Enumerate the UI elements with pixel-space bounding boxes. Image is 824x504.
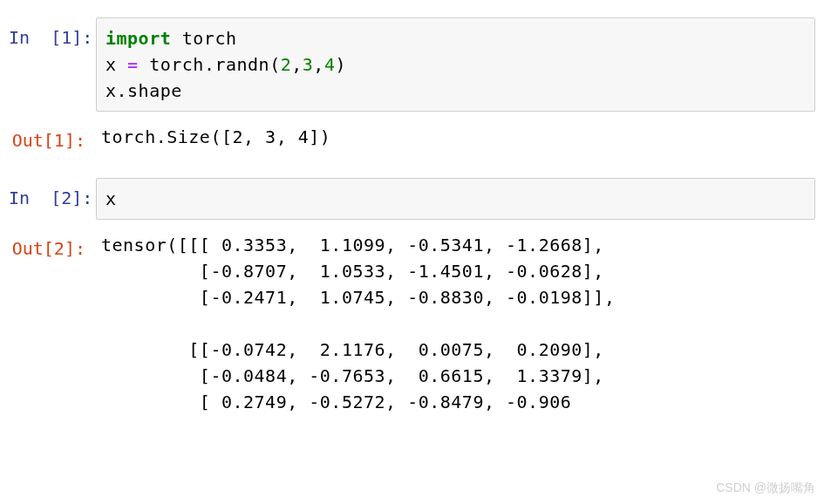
code-input-1[interactable]: import torch x = torch.randn(2,3,4) x.sh… [96,17,815,112]
cell-2-output: tensor([[[ 0.3353, 1.1099, -0.5341, -1.2… [96,228,815,419]
num-2: 2 [281,54,292,75]
output-text-2: tensor([[[ 0.3353, 1.1099, -0.5341, -1.2… [96,228,815,419]
keyword-import: import [106,28,171,49]
cell-2-input[interactable]: x [96,178,815,220]
comma-1: , [291,54,303,75]
in-prompt-2: In [2]: [9,178,96,220]
cell-1-input[interactable]: import torch x = torch.randn(2,3,4) x.sh… [96,17,815,112]
cell-2-output-row: Out[2]: tensor([[[ 0.3353, 1.1099, -0.53… [9,228,815,419]
num-3: 3 [303,54,314,75]
operator-eq: = [127,54,139,75]
var-x: x [106,54,127,75]
attr-shape: x.shape [106,80,182,101]
cell-1-output-row: Out[1]: torch.Size([2, 3, 4]) [9,120,815,153]
spacer [9,162,815,178]
cell-1-input-row: In [1]: import torch x = torch.randn(2,3… [9,17,815,112]
output-text-1: torch.Size([2, 3, 4]) [96,120,815,153]
in-prompt-1: In [1]: [9,17,96,112]
paren-open: ( [269,54,281,75]
module-name: torch [171,28,236,49]
cell-2-input-row: In [2]: x [9,178,815,220]
cell-1-output: torch.Size([2, 3, 4]) [96,120,815,153]
num-4: 4 [324,54,336,75]
out-prompt-1: Out[1]: [9,120,96,153]
paren-close: ) [335,54,346,75]
code-input-2[interactable]: x [96,178,815,220]
comma-2: , [313,54,324,75]
call-randn: torch.randn [139,54,270,75]
out-prompt-2: Out[2]: [9,228,96,419]
var-x-2: x [106,188,117,209]
